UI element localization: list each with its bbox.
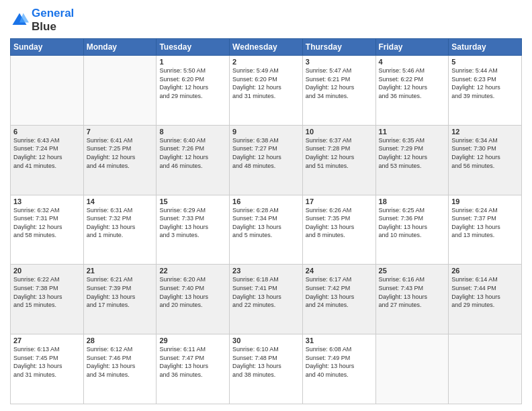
calendar-day-cell: 20Sunrise: 6:22 AM Sunset: 7:38 PM Dayli… (11, 265, 84, 334)
day-info: Sunrise: 6:28 AM Sunset: 7:34 PM Dayligh… (232, 206, 300, 240)
day-info: Sunrise: 5:50 AM Sunset: 6:20 PM Dayligh… (159, 66, 226, 100)
day-info: Sunrise: 6:08 AM Sunset: 7:49 PM Dayligh… (306, 345, 373, 379)
day-number: 29 (159, 336, 226, 345)
day-number: 26 (451, 267, 519, 275)
day-info: Sunrise: 6:26 AM Sunset: 7:35 PM Dayligh… (306, 206, 373, 240)
day-number: 22 (159, 267, 226, 275)
calendar-day-cell: 6Sunrise: 6:43 AM Sunset: 7:24 PM Daylig… (11, 125, 84, 195)
calendar-day-cell: 21Sunrise: 6:21 AM Sunset: 7:39 PM Dayli… (83, 265, 157, 334)
day-info: Sunrise: 6:24 AM Sunset: 7:37 PM Dayligh… (451, 206, 519, 240)
calendar-week-row: 13Sunrise: 6:32 AM Sunset: 7:31 PM Dayli… (11, 195, 522, 265)
day-info: Sunrise: 6:12 AM Sunset: 7:46 PM Dayligh… (87, 345, 154, 379)
day-number: 10 (306, 128, 373, 136)
day-info: Sunrise: 6:21 AM Sunset: 7:39 PM Dayligh… (87, 275, 154, 309)
page: General Blue SundayMondayTuesdayWednesda… (0, 0, 532, 411)
calendar-day-cell: 31Sunrise: 6:08 AM Sunset: 7:49 PM Dayli… (302, 334, 375, 404)
day-number: 30 (232, 336, 300, 345)
day-info: Sunrise: 6:31 AM Sunset: 7:32 PM Dayligh… (87, 206, 154, 240)
calendar-day-cell: 30Sunrise: 6:10 AM Sunset: 7:48 PM Dayli… (230, 334, 303, 404)
logo: General Blue (10, 7, 74, 33)
calendar-header-thursday: Thursday (302, 39, 375, 56)
calendar-day-cell: 8Sunrise: 6:40 AM Sunset: 7:26 PM Daylig… (157, 125, 230, 195)
calendar-day-cell: 18Sunrise: 6:25 AM Sunset: 7:36 PM Dayli… (375, 195, 449, 265)
calendar-day-cell: 19Sunrise: 6:24 AM Sunset: 7:37 PM Dayli… (449, 195, 522, 265)
day-info: Sunrise: 6:20 AM Sunset: 7:40 PM Dayligh… (159, 275, 226, 309)
day-number: 17 (306, 197, 373, 205)
day-info: Sunrise: 6:29 AM Sunset: 7:33 PM Dayligh… (159, 206, 226, 240)
calendar-header-row: SundayMondayTuesdayWednesdayThursdayFrid… (11, 39, 522, 56)
day-number: 27 (13, 336, 81, 345)
calendar-day-cell: 10Sunrise: 6:37 AM Sunset: 7:28 PM Dayli… (302, 125, 375, 195)
day-number: 12 (451, 128, 519, 136)
day-info: Sunrise: 6:40 AM Sunset: 7:26 PM Dayligh… (159, 136, 226, 170)
day-number: 25 (379, 267, 446, 275)
day-info: Sunrise: 5:44 AM Sunset: 6:23 PM Dayligh… (451, 66, 519, 100)
header: General Blue (10, 7, 522, 33)
calendar-week-row: 6Sunrise: 6:43 AM Sunset: 7:24 PM Daylig… (11, 125, 522, 195)
day-info: Sunrise: 6:22 AM Sunset: 7:38 PM Dayligh… (13, 275, 81, 309)
day-info: Sunrise: 6:41 AM Sunset: 7:25 PM Dayligh… (87, 136, 154, 170)
day-number: 6 (13, 128, 81, 136)
day-info: Sunrise: 5:47 AM Sunset: 6:21 PM Dayligh… (306, 66, 373, 100)
logo-icon (10, 11, 29, 30)
calendar-day-cell (83, 56, 157, 126)
calendar-header-friday: Friday (375, 39, 449, 56)
calendar: SundayMondayTuesdayWednesdayThursdayFrid… (10, 38, 522, 404)
calendar-day-cell: 3Sunrise: 5:47 AM Sunset: 6:21 PM Daylig… (302, 56, 375, 126)
day-info: Sunrise: 6:11 AM Sunset: 7:47 PM Dayligh… (159, 345, 226, 379)
day-number: 9 (232, 128, 300, 136)
calendar-week-row: 1Sunrise: 5:50 AM Sunset: 6:20 PM Daylig… (11, 56, 522, 126)
day-number: 19 (451, 197, 519, 205)
calendar-day-cell: 9Sunrise: 6:38 AM Sunset: 7:27 PM Daylig… (230, 125, 303, 195)
day-number: 20 (13, 267, 81, 275)
day-number: 2 (232, 58, 300, 66)
calendar-day-cell: 4Sunrise: 5:46 AM Sunset: 6:22 PM Daylig… (375, 56, 449, 126)
calendar-header-saturday: Saturday (449, 39, 522, 56)
day-info: Sunrise: 6:34 AM Sunset: 7:30 PM Dayligh… (451, 136, 519, 170)
day-info: Sunrise: 6:43 AM Sunset: 7:24 PM Dayligh… (13, 136, 81, 170)
day-number: 1 (159, 58, 226, 66)
day-number: 14 (87, 197, 154, 205)
day-info: Sunrise: 6:13 AM Sunset: 7:45 PM Dayligh… (13, 345, 81, 379)
calendar-header-monday: Monday (83, 39, 157, 56)
day-info: Sunrise: 6:38 AM Sunset: 7:27 PM Dayligh… (232, 136, 300, 170)
day-number: 31 (306, 336, 373, 345)
day-info: Sunrise: 6:14 AM Sunset: 7:44 PM Dayligh… (451, 275, 519, 309)
day-number: 16 (232, 197, 300, 205)
calendar-day-cell: 16Sunrise: 6:28 AM Sunset: 7:34 PM Dayli… (230, 195, 303, 265)
day-number: 23 (232, 267, 300, 275)
calendar-day-cell: 23Sunrise: 6:18 AM Sunset: 7:41 PM Dayli… (230, 265, 303, 334)
calendar-day-cell: 17Sunrise: 6:26 AM Sunset: 7:35 PM Dayli… (302, 195, 375, 265)
day-info: Sunrise: 6:32 AM Sunset: 7:31 PM Dayligh… (13, 206, 81, 240)
day-info: Sunrise: 5:46 AM Sunset: 6:22 PM Dayligh… (379, 66, 446, 100)
day-number: 8 (159, 128, 226, 136)
calendar-day-cell: 25Sunrise: 6:16 AM Sunset: 7:43 PM Dayli… (375, 265, 449, 334)
day-info: Sunrise: 6:17 AM Sunset: 7:42 PM Dayligh… (306, 275, 373, 309)
day-number: 24 (306, 267, 373, 275)
calendar-day-cell: 29Sunrise: 6:11 AM Sunset: 7:47 PM Dayli… (157, 334, 230, 404)
day-number: 7 (87, 128, 154, 136)
calendar-header-wednesday: Wednesday (230, 39, 303, 56)
calendar-day-cell: 7Sunrise: 6:41 AM Sunset: 7:25 PM Daylig… (83, 125, 157, 195)
calendar-day-cell: 24Sunrise: 6:17 AM Sunset: 7:42 PM Dayli… (302, 265, 375, 334)
day-number: 4 (379, 58, 446, 66)
calendar-week-row: 27Sunrise: 6:13 AM Sunset: 7:45 PM Dayli… (11, 334, 522, 404)
calendar-day-cell: 1Sunrise: 5:50 AM Sunset: 6:20 PM Daylig… (157, 56, 230, 126)
day-number: 5 (451, 58, 519, 66)
day-number: 13 (13, 197, 81, 205)
calendar-day-cell: 5Sunrise: 5:44 AM Sunset: 6:23 PM Daylig… (449, 56, 522, 126)
day-number: 21 (87, 267, 154, 275)
calendar-day-cell: 11Sunrise: 6:35 AM Sunset: 7:29 PM Dayli… (375, 125, 449, 195)
day-number: 28 (87, 336, 154, 345)
calendar-day-cell: 26Sunrise: 6:14 AM Sunset: 7:44 PM Dayli… (449, 265, 522, 334)
calendar-day-cell: 14Sunrise: 6:31 AM Sunset: 7:32 PM Dayli… (83, 195, 157, 265)
day-info: Sunrise: 5:49 AM Sunset: 6:20 PM Dayligh… (232, 66, 300, 100)
calendar-header-tuesday: Tuesday (157, 39, 230, 56)
day-info: Sunrise: 6:25 AM Sunset: 7:36 PM Dayligh… (379, 206, 446, 240)
day-info: Sunrise: 6:16 AM Sunset: 7:43 PM Dayligh… (379, 275, 446, 309)
day-number: 15 (159, 197, 226, 205)
day-info: Sunrise: 6:35 AM Sunset: 7:29 PM Dayligh… (379, 136, 446, 170)
day-number: 11 (379, 128, 446, 136)
day-number: 3 (306, 58, 373, 66)
calendar-day-cell (11, 56, 84, 126)
